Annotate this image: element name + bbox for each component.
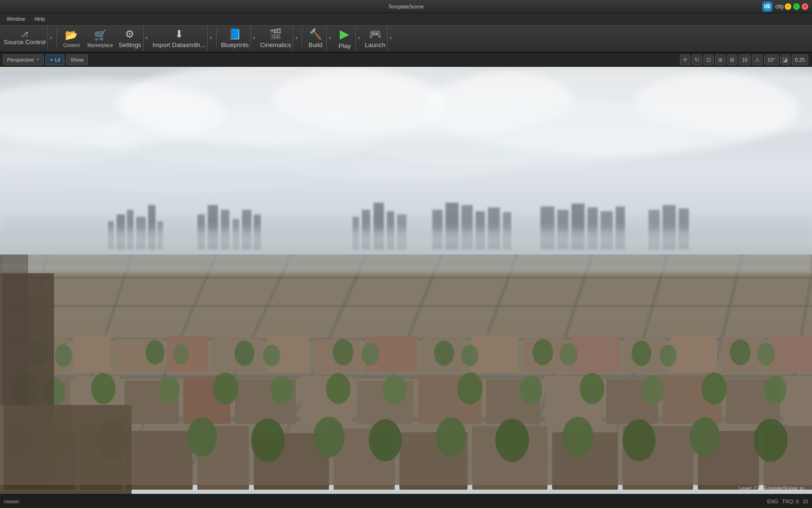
import-datasmith-arrow[interactable]: ▼: [207, 25, 214, 51]
settings-arrow[interactable]: ▼: [143, 25, 150, 51]
status-left-text: rowser: [4, 499, 19, 504]
viewport-right-controls: ✛ ↻ ⊡ ⊕ ⊞ 10 ⚠ 10° ◪ 0.25: [680, 55, 808, 65]
import-datasmith-label: Import Datasmith...: [153, 41, 206, 48]
rotation-snap-value[interactable]: 10°: [764, 55, 779, 65]
perspective-button[interactable]: Perspective ▼: [3, 55, 44, 65]
source-control-arrow[interactable]: ▼: [47, 25, 54, 51]
viewport-toolbar: Perspective ▼ ● Lit Show ✛ ↻ ⊡ ⊕ ⊞ 10 ⚠ …: [0, 53, 812, 67]
source-control-label: Source Control: [4, 39, 46, 46]
statusbar: rowser ENG TRQ: 0 10: [0, 494, 812, 508]
blueprints-label: Blueprints: [221, 41, 249, 48]
build-arrow[interactable]: ▼: [326, 25, 333, 51]
import-datasmith-icon: ⬇: [175, 28, 183, 40]
close-button[interactable]: ×: [802, 3, 808, 10]
play-btn-group: ▶ Play ▼: [334, 25, 362, 51]
launch-icon: 🎮: [369, 28, 382, 40]
snap-scale-toggle[interactable]: ◪: [780, 55, 790, 65]
launch-label: Launch: [365, 41, 385, 48]
play-icon: ▶: [340, 27, 349, 41]
lit-button[interactable]: ● Lit: [46, 55, 64, 65]
level-info: Level: CETEmplateScénic in...: [738, 485, 808, 491]
marketplace-label: Marketplace: [87, 43, 113, 48]
lit-label: Lit: [55, 57, 60, 63]
titlebar: TemplateScene UE city − □ ×: [0, 0, 812, 13]
menubar: Window Help: [0, 13, 812, 24]
status-right: ENG TRQ: 0 10: [767, 499, 808, 504]
scale-snap-value[interactable]: 0.25: [792, 55, 808, 65]
main-toolbar: ⎇ Source Control ▼ 📂 Content 🛒 Marketpla…: [0, 24, 812, 53]
window-title: TemplateScene: [388, 4, 424, 9]
title-right: UE city: [762, 1, 784, 12]
scene-name: city: [775, 3, 784, 10]
status-eng: ENG: [767, 499, 778, 504]
city-scene-svg: [0, 67, 812, 494]
show-label: Show: [70, 57, 84, 63]
launch-arrow[interactable]: ▼: [387, 25, 394, 51]
warning-icon-btn[interactable]: ⚠: [752, 55, 763, 65]
world-local-btn[interactable]: ⊕: [715, 55, 726, 65]
main-viewport[interactable]: Level: CETEmplateScénic in...: [0, 67, 812, 494]
play-arrow[interactable]: ▼: [355, 25, 362, 51]
settings-label: Settings: [118, 41, 141, 48]
import-datasmith-button[interactable]: ⬇ Import Datasmith...: [151, 25, 208, 51]
marketplace-button[interactable]: 🛒 Marketplace: [85, 25, 116, 51]
play-button[interactable]: ▶ Play: [334, 25, 355, 51]
settings-btn-group: ⚙ Settings ▼: [117, 25, 149, 51]
import-datasmith-btn-group: ⬇ Import Datasmith... ▼: [151, 25, 214, 51]
maximize-button[interactable]: □: [793, 3, 800, 10]
menu-window[interactable]: Window: [2, 15, 30, 23]
source-control-icon: ⎇: [21, 31, 28, 38]
status-num: 10: [803, 499, 808, 504]
svg-rect-157: [0, 264, 812, 485]
marketplace-icon: 🛒: [94, 29, 107, 42]
launch-btn-group: 🎮 Launch ▼: [363, 25, 394, 51]
blueprints-icon: 📘: [228, 28, 241, 40]
content-label: Content: [63, 43, 79, 48]
content-button[interactable]: 📂 Content: [59, 25, 84, 51]
content-icon: 📂: [65, 29, 78, 42]
sep3: [302, 28, 302, 48]
sep2: [216, 28, 217, 48]
status-trq: TRQ: 0: [782, 499, 798, 504]
cinematics-button[interactable]: 🎬 Cinematics: [258, 25, 293, 51]
build-button[interactable]: 🔨 Build: [304, 25, 326, 51]
window-controls: − □ ×: [785, 3, 808, 10]
cinematics-label: Cinematics: [260, 41, 291, 48]
menu-help[interactable]: Help: [30, 15, 50, 23]
cinematics-btn-group: 🎬 Cinematics ▼: [258, 25, 299, 51]
settings-icon: ⚙: [125, 28, 134, 40]
play-label: Play: [338, 42, 351, 49]
build-btn-group: 🔨 Build ▼: [304, 25, 333, 51]
sep1: [56, 28, 57, 48]
blueprints-arrow[interactable]: ▼: [250, 25, 257, 51]
cinematics-arrow[interactable]: ▼: [293, 25, 299, 51]
rotate-icon-btn[interactable]: ↻: [692, 55, 702, 65]
build-icon: 🔨: [309, 28, 322, 40]
settings-button[interactable]: ⚙ Settings: [117, 25, 143, 51]
source-control-button[interactable]: ⎇ Source Control: [2, 25, 47, 51]
launch-button[interactable]: 🎮 Launch: [363, 25, 387, 51]
perspective-arrow: ▼: [36, 57, 39, 62]
blueprints-button[interactable]: 📘 Blueprints: [219, 25, 250, 51]
ue-logo: UE: [762, 1, 773, 12]
show-button[interactable]: Show: [66, 55, 88, 65]
build-label: Build: [309, 41, 323, 48]
minimize-button[interactable]: −: [785, 3, 791, 10]
perspective-label: Perspective: [7, 57, 34, 63]
scale-icon-btn[interactable]: ⊡: [703, 55, 714, 65]
translate-icon-btn[interactable]: ✛: [680, 55, 690, 65]
blueprints-btn-group: 📘 Blueprints ▼: [219, 25, 257, 51]
source-control-btn-group: ⎇ Source Control ▼: [2, 25, 54, 51]
svg-point-10: [23, 146, 352, 193]
grid-snap-value[interactable]: 10: [739, 55, 751, 65]
cinematics-icon: 🎬: [269, 28, 282, 40]
grid-snap-toggle[interactable]: ⊞: [727, 55, 737, 65]
